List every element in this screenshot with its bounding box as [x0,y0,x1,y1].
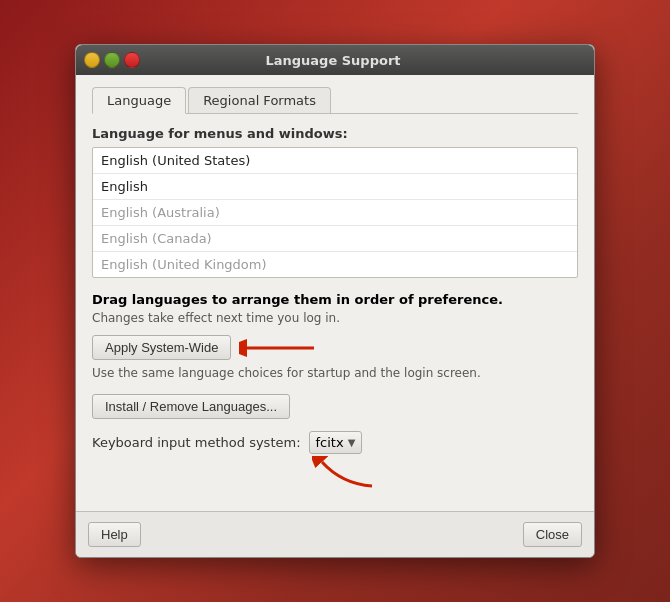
install-remove-button[interactable]: Install / Remove Languages... [92,394,290,419]
keyboard-input-row: Keyboard input method system: fcitx ▼ [92,431,578,495]
window-title: Language Support [140,53,526,68]
apply-system-wide-row: Apply System-Wide [92,335,578,360]
tab-regional-formats[interactable]: Regional Formats [188,87,331,113]
apply-arrow-icon [239,337,319,359]
list-item[interactable]: English (United States) [93,148,577,174]
main-content: Language Regional Formats Language for m… [76,75,594,511]
maximize-button[interactable] [104,52,120,68]
minimize-button[interactable] [84,52,100,68]
language-support-window: Language Support Language Regional Forma… [75,44,595,558]
list-item[interactable]: English (Australia) [93,200,577,226]
titlebar: Language Support [76,45,594,75]
help-button[interactable]: Help [88,522,141,547]
window-controls [84,52,140,68]
keyboard-arrow-icon [312,456,382,492]
language-section-label: Language for menus and windows: [92,126,578,141]
footer: Help Close [76,511,594,557]
list-item[interactable]: English (Canada) [93,226,577,252]
tab-language[interactable]: Language [92,87,186,114]
keyboard-input-label: Keyboard input method system: [92,435,301,450]
keyboard-method-value: fcitx [316,435,344,450]
list-item[interactable]: English [93,174,577,200]
close-button[interactable] [124,52,140,68]
drag-subhint: Changes take effect next time you log in… [92,311,578,325]
keyboard-method-dropdown[interactable]: fcitx ▼ [309,431,363,454]
drag-hint-bold: Drag languages to arrange them in order … [92,292,503,307]
apply-system-wide-button[interactable]: Apply System-Wide [92,335,231,360]
language-list: English (United States) English English … [92,147,578,278]
list-item[interactable]: English (United Kingdom) [93,252,577,277]
keyboard-row-inner: Keyboard input method system: fcitx ▼ [92,431,578,454]
apply-description: Use the same language choices for startu… [92,366,578,380]
tab-bar: Language Regional Formats [92,87,578,114]
drag-hint: Drag languages to arrange them in order … [92,292,578,307]
dropdown-arrow-icon: ▼ [348,437,356,448]
close-dialog-button[interactable]: Close [523,522,582,547]
install-remove-row: Install / Remove Languages... [92,394,578,419]
